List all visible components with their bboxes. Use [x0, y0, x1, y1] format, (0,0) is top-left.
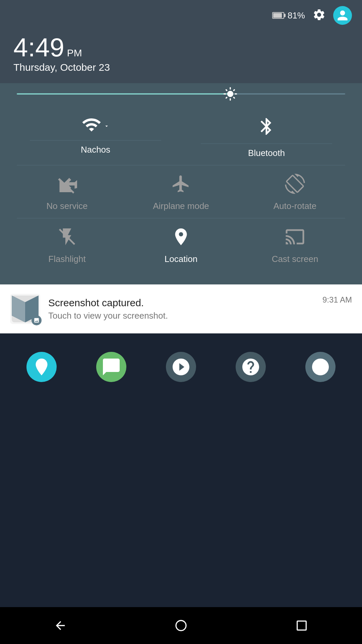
notification-text: Screenshot captured. Touch to view your …: [48, 297, 314, 321]
back-button[interactable]: [47, 612, 74, 639]
auto-rotate-icon: [283, 172, 307, 196]
app-icon-5[interactable]: [305, 352, 336, 382]
auto-rotate-toggle[interactable]: Auto-rotate: [238, 165, 352, 218]
quick-settings-panel: Nachos Bluetooth No service: [0, 83, 362, 284]
location-icon: [169, 225, 193, 249]
recents-button[interactable]: [288, 612, 315, 639]
location-toggle[interactable]: Location: [124, 218, 238, 271]
cast-screen-toggle[interactable]: Cast screen: [238, 218, 352, 271]
flashlight-icon: [55, 225, 79, 249]
status-bar: 81%: [0, 0, 362, 31]
cast-screen-icon: [283, 225, 307, 249]
svg-point-5: [176, 621, 186, 631]
bluetooth-toggle[interactable]: Bluetooth: [181, 108, 352, 165]
time-ampm: PM: [67, 47, 82, 59]
home-button[interactable]: [168, 612, 194, 639]
toggle-row-2: No service Airplane mode Auto-rotate: [10, 165, 352, 218]
time-date-area: 4:49 PM Thursday, October 23: [0, 31, 362, 83]
app-icon-4[interactable]: [236, 352, 266, 382]
navigation-bar: [0, 607, 362, 644]
auto-rotate-label: Auto-rotate: [274, 201, 317, 211]
airplane-mode-label: Airplane mode: [153, 201, 209, 211]
airplane-mode-toggle[interactable]: Airplane mode: [124, 165, 238, 218]
brightness-track[interactable]: [17, 93, 345, 95]
time-hour: 4:49: [13, 34, 64, 60]
battery-percentage: 81%: [288, 10, 305, 21]
battery-container: 81%: [272, 10, 305, 21]
bottom-app-area: [0, 333, 362, 400]
notification-item[interactable]: Screenshot captured. Touch to view your …: [0, 284, 362, 333]
status-right: 81%: [272, 6, 352, 25]
flashlight-label: Flashlight: [48, 254, 85, 264]
app-icon-1[interactable]: [26, 352, 57, 382]
no-service-toggle[interactable]: No service: [10, 165, 124, 218]
wifi-label: Nachos: [81, 145, 110, 155]
app-icon-2[interactable]: [96, 352, 126, 382]
notification-icon-wrap: [10, 294, 40, 324]
notification-subtitle: Touch to view your screenshot.: [48, 311, 314, 321]
bluetooth-label: Bluetooth: [248, 148, 285, 158]
location-label: Location: [165, 254, 197, 264]
app-icon-3[interactable]: [166, 352, 196, 382]
user-avatar[interactable]: [333, 6, 352, 25]
no-service-icon: [55, 172, 79, 196]
date-display: Thursday, October 23: [13, 62, 352, 73]
battery-icon: [272, 12, 284, 19]
time-display: 4:49 PM: [13, 34, 352, 60]
notification-title: Screenshot captured.: [48, 297, 314, 309]
cast-screen-label: Cast screen: [272, 254, 318, 264]
wifi-icon-row: [81, 115, 110, 135]
notification-time: 9:31 AM: [322, 294, 352, 305]
flashlight-toggle[interactable]: Flashlight: [10, 218, 124, 271]
airplane-icon: [169, 172, 193, 196]
brightness-fill: [17, 93, 230, 95]
notification-area: Screenshot captured. Touch to view your …: [0, 284, 362, 333]
no-service-label: No service: [47, 201, 88, 211]
notification-badge: [32, 315, 42, 325]
toggle-row-1: Nachos Bluetooth: [10, 108, 352, 165]
svg-rect-6: [297, 621, 306, 630]
bluetooth-icon: [255, 115, 278, 138]
toggle-row-3: Flashlight Location Cast screen: [10, 218, 352, 271]
brightness-slider[interactable]: [10, 93, 352, 95]
wifi-toggle[interactable]: Nachos: [10, 108, 181, 165]
settings-icon[interactable]: [312, 8, 326, 23]
brightness-thumb: [223, 87, 238, 101]
